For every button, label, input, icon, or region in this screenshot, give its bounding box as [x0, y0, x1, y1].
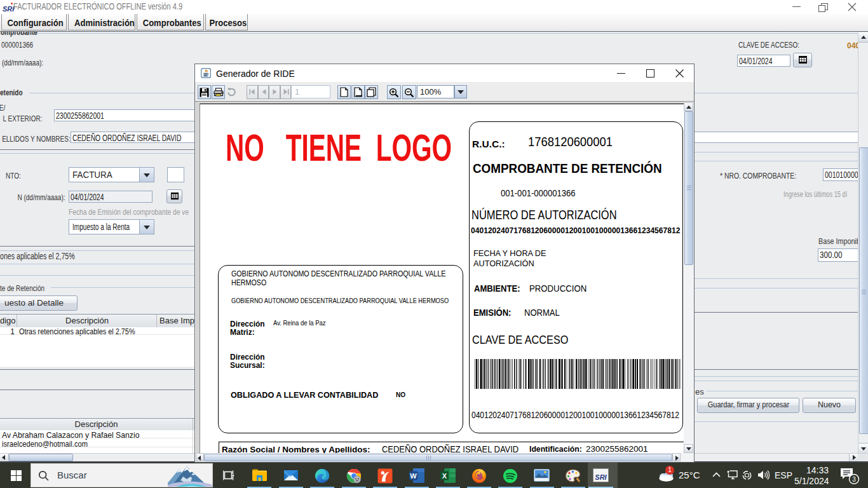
svg-text:3: 3: [852, 476, 856, 483]
svg-text:X: X: [442, 472, 447, 480]
svg-text:W: W: [410, 472, 417, 480]
